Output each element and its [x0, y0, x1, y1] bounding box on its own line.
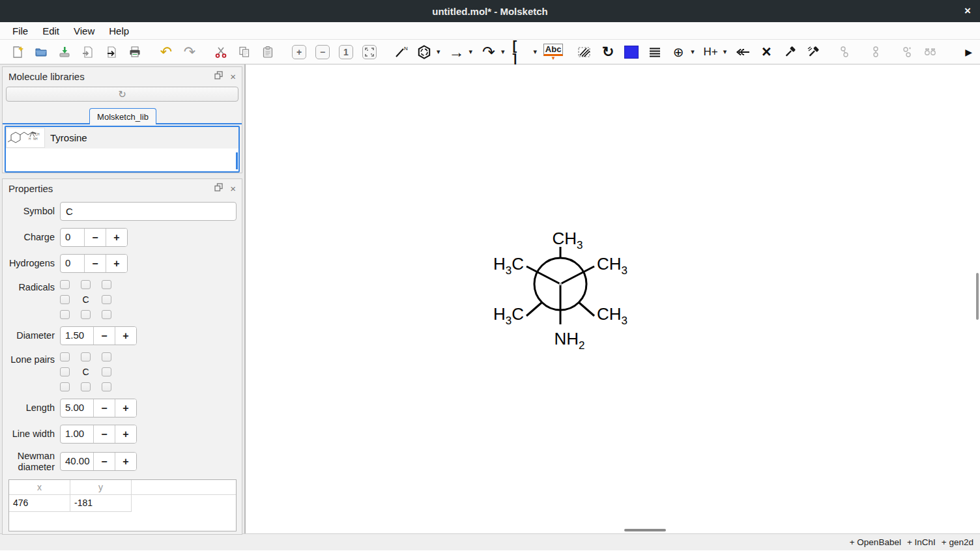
ring-dropdown-caret[interactable]: ▾: [437, 48, 440, 56]
new-button[interactable]: [9, 44, 26, 61]
lone-pair-checkbox[interactable]: [102, 382, 111, 391]
library-float-button[interactable]: [214, 70, 223, 82]
canvas-horizontal-scrollbar[interactable]: [624, 529, 666, 531]
openbabel-badge: + OpenBabel: [850, 537, 901, 547]
atom-stack-icon: [869, 46, 882, 59]
newman-projection-molecule: CH3 H3C CH3 H3C CH3 NH2: [246, 64, 979, 533]
line-width-value[interactable]: 1.00: [61, 425, 93, 443]
open-button[interactable]: [33, 44, 50, 61]
undo-button[interactable]: ↶: [158, 44, 175, 61]
hydrogens-minus-button[interactable]: −: [84, 255, 106, 272]
lone-pair-checkbox[interactable]: [60, 382, 70, 391]
radical-checkbox[interactable]: [81, 310, 91, 319]
library-list-scrollbar[interactable]: [236, 152, 238, 169]
diameter-value[interactable]: 1.50: [61, 327, 93, 345]
hydrogen-tool[interactable]: H+: [702, 44, 719, 61]
print-button[interactable]: [126, 44, 143, 61]
length-value[interactable]: 5.00: [61, 399, 93, 417]
cut-scissors-icon: [214, 46, 227, 59]
import-button[interactable]: [103, 44, 120, 61]
diameter-minus-button[interactable]: −: [93, 327, 115, 345]
zoom-fit-button[interactable]: [361, 44, 378, 61]
text-tool[interactable]: Abc▾: [545, 44, 562, 61]
redo-button[interactable]: ↷: [181, 44, 198, 61]
mechanism-tool[interactable]: [576, 44, 593, 61]
cut-button[interactable]: [212, 44, 229, 61]
export-page-icon: [81, 46, 94, 59]
curved-arrow-dropdown-caret[interactable]: ▾: [501, 48, 505, 56]
rotate-tool[interactable]: ↻: [599, 44, 616, 61]
curved-arrow-icon: ↷: [482, 44, 495, 60]
charge-tool[interactable]: ⊕: [670, 44, 687, 61]
radical-checkbox[interactable]: [60, 295, 70, 304]
properties-float-button[interactable]: [214, 182, 223, 194]
delete-tool[interactable]: ×: [758, 44, 775, 61]
charge-plus-button[interactable]: +: [106, 229, 127, 246]
newman-diameter-plus-button[interactable]: +: [115, 453, 136, 470]
toolbar-extension-button[interactable]: ▶: [965, 47, 972, 57]
charge-minus-button[interactable]: −: [84, 229, 106, 246]
zoom-in-button[interactable]: +: [291, 44, 308, 61]
list-item-tyrosine[interactable]: CHHNH Tyrosine: [6, 127, 238, 148]
symbol-input[interactable]: [60, 202, 237, 221]
radical-checkbox[interactable]: [102, 310, 111, 319]
draw-bond-tool[interactable]: N: [392, 44, 409, 61]
brackets-tool[interactable]: [ ]: [513, 44, 530, 61]
library-list[interactable]: CHHNH Tyrosine: [5, 126, 240, 173]
menu-file[interactable]: File: [5, 23, 35, 39]
newman-diameter-value[interactable]: 40.00: [61, 453, 93, 470]
radical-checkbox[interactable]: [102, 295, 111, 304]
tab-molsketch-lib[interactable]: Molsketch_lib: [89, 108, 156, 124]
optimize-tool[interactable]: [781, 44, 798, 61]
paste-button[interactable]: [259, 44, 276, 61]
canvas-vertical-scrollbar[interactable]: [976, 273, 979, 320]
menu-edit[interactable]: Edit: [35, 23, 66, 39]
drawing-canvas[interactable]: CH3 H3C CH3 H3C CH3 NH2: [246, 64, 980, 533]
zoom-original-button[interactable]: 1: [338, 44, 354, 61]
export-button[interactable]: [79, 44, 96, 61]
line-width-button[interactable]: [646, 44, 663, 61]
lone-pair-checkbox[interactable]: [60, 367, 70, 376]
charge-value[interactable]: 0: [61, 229, 84, 246]
hydrogens-plus-button[interactable]: +: [106, 255, 127, 272]
length-minus-button[interactable]: −: [93, 399, 115, 417]
lone-pair-checkbox[interactable]: [102, 367, 111, 376]
color-picker-button[interactable]: [623, 44, 640, 61]
save-button[interactable]: [56, 44, 73, 61]
optimize-fine-tool[interactable]: [805, 44, 822, 61]
arrow-tool[interactable]: →: [448, 44, 465, 61]
copy-button[interactable]: [236, 44, 253, 61]
curved-arrow-tool[interactable]: ↷: [480, 44, 497, 61]
library-refresh-button[interactable]: ↻: [6, 87, 238, 102]
lone-pair-checkbox[interactable]: [81, 382, 91, 391]
ring-tool[interactable]: [416, 44, 433, 61]
newman-diameter-minus-button[interactable]: −: [93, 453, 115, 470]
zoom-out-icon: −: [315, 45, 330, 59]
lone-pair-checkbox[interactable]: [60, 352, 70, 361]
electron-tool[interactable]: [734, 44, 751, 61]
charge-spinbox: 0 − +: [60, 228, 128, 247]
arrow-dropdown-caret[interactable]: ▾: [469, 48, 473, 56]
charge-dropdown-caret[interactable]: ▾: [691, 48, 695, 56]
window-close-button[interactable]: ×: [964, 0, 971, 22]
radical-checkbox[interactable]: [60, 280, 70, 289]
lone-pair-checkbox[interactable]: [102, 352, 111, 361]
y-coordinate-cell[interactable]: -181: [70, 495, 132, 512]
menu-help[interactable]: Help: [102, 23, 136, 39]
zoom-out-button[interactable]: −: [314, 44, 331, 61]
line-width-minus-button[interactable]: −: [93, 425, 115, 443]
radical-checkbox[interactable]: [60, 310, 70, 319]
radical-checkbox[interactable]: [81, 280, 91, 289]
hydrogen-dropdown-caret[interactable]: ▾: [723, 48, 727, 56]
brackets-dropdown-caret[interactable]: ▾: [534, 48, 538, 56]
line-width-plus-button[interactable]: +: [115, 425, 136, 443]
radical-checkbox[interactable]: [102, 280, 111, 289]
menu-view[interactable]: View: [66, 23, 102, 39]
properties-close-button[interactable]: ×: [230, 183, 236, 194]
x-coordinate-cell[interactable]: 476: [9, 495, 70, 512]
diameter-plus-button[interactable]: +: [115, 327, 136, 345]
library-close-button[interactable]: ×: [230, 71, 236, 82]
lone-pair-checkbox[interactable]: [81, 352, 91, 361]
length-plus-button[interactable]: +: [115, 399, 136, 417]
hydrogens-value[interactable]: 0: [61, 255, 84, 272]
